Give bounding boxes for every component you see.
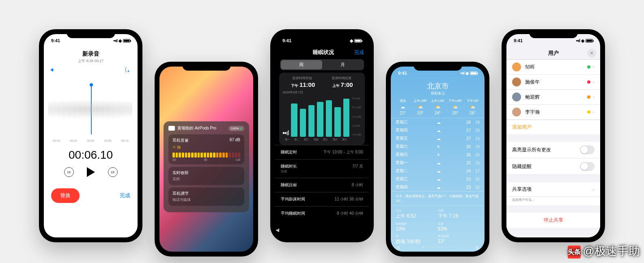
play-button[interactable] [87, 167, 95, 177]
device-name: 黄颂朗的 AirPods Pro [177, 125, 216, 131]
stop-sharing-button[interactable]: 停止共享 [506, 213, 600, 228]
volume-section: 耳机音量87 dB ⚠强 1080110 [168, 134, 244, 164]
airpods-icon [168, 126, 175, 131]
users-title: 用户 [548, 50, 559, 57]
hearing-panel: 黄颂朗的 AirPods Pro 100%▮ 耳机音量87 dB ⚠强 1080… [164, 121, 249, 212]
warning-icon: ⚠ [172, 145, 176, 150]
user-row[interactable]: 邹晖› [506, 60, 600, 75]
volume-meter [172, 153, 240, 157]
hourly-forecast[interactable]: 现在☁21°上午10时⛅23°上午11时⛅24°下午12时⛅25°下午1时⛅26… [391, 96, 485, 118]
detail-cell: 日落下午 7:16 [438, 207, 480, 221]
replace-button[interactable]: 替换 [51, 188, 80, 203]
listen-label: 实时收听 [172, 170, 240, 176]
playback-timer: 00:06.10 [44, 149, 138, 162]
share-options-row[interactable]: 共享选项› [506, 182, 600, 197]
done-button[interactable]: 完成 [120, 192, 130, 199]
status-time: 9:41 [51, 38, 60, 43]
forecast-row: 星期日☀2615 [391, 151, 485, 159]
user-row[interactable]: 李宇瀚› [506, 105, 600, 120]
phone-weather: 9:41 北京市 局部多云 现在☁21°上午10时⛅23°上午11时⛅24°下午… [386, 62, 489, 257]
headphone-adjust-section[interactable]: 耳机调节 电话与媒体 [168, 188, 244, 206]
detail-cell: 降雨概率10% [396, 221, 438, 233]
hide-toggle[interactable] [580, 162, 594, 171]
hourly-col: 上午10时⛅23° [411, 99, 429, 115]
detail-cell: 湿度53% [438, 221, 480, 233]
forecast-row: 星期六☀2619 [391, 142, 485, 151]
watermark-logo: 头条 [568, 246, 581, 259]
recording-title: 新录音 [44, 50, 138, 58]
phone-users: 9:41 用户 ✕ 邹晖›施俊年›鲍迎辉›李宇瀚›添加用户 高亮显示所有更改 隐… [502, 29, 605, 242]
share-hint: 选择用户可见... [506, 197, 600, 205]
weather-summary: 今天：现在局部多云。最高气温27°。今晚晴朗，最低气温18°。 [391, 191, 485, 206]
close-button[interactable]: ✕ [587, 49, 596, 58]
volume-label: 耳机音量 [172, 138, 189, 143]
phone-airpods: 黄颂朗的 AirPods Pro 100%▮ 耳机音量87 dB ⚠强 1080… [155, 62, 258, 257]
sleep-chart: 下午6时下午10时上午12时上午6时上午10时 周一周二周三周四周五周六周日 [282, 97, 362, 142]
weather-channel-icon[interactable]: ☰ [396, 246, 400, 250]
hourly-col: 上午11时⛅24° [429, 99, 446, 115]
hourly-col: 下午12时⛅25° [446, 99, 464, 115]
skip-forward-button[interactable]: 15 [108, 167, 118, 177]
detail-cell: 风西南 3米/秒 [396, 233, 438, 246]
live-listen-section[interactable]: 实时收听 关闭 [168, 167, 244, 185]
page-dots[interactable]: ➤ • • • • • • • • • [422, 246, 453, 250]
weather-details: 日出上午 6:52日落下午 7:16降雨概率10%湿度53%风西南 3米/秒体感… [391, 206, 485, 248]
skip-back-button[interactable]: 15 [64, 167, 74, 177]
daily-forecast[interactable]: 星期三☁2618星期四☁2720星期五☁2719星期六☀2619星期日☀2615… [391, 118, 485, 191]
phone-sleep: 9:41 睡眠状况完成 周 月 卧床时间开始卧床时间结束 下午 11:00 上午… [270, 29, 374, 242]
highlight-toggle[interactable] [580, 145, 594, 154]
crop-icon[interactable]: ⟮₊ [124, 66, 132, 74]
enhance-icon[interactable]: ✦ [50, 66, 58, 74]
battery-pill: 100%▮ [228, 126, 244, 131]
forecast-row: 星期二☁2417 [391, 167, 485, 175]
forecast-row: 星期三☁2316 [391, 175, 485, 183]
forecast-row: 星期五☁2719 [391, 134, 485, 142]
user-row[interactable]: 鲍迎辉› [506, 90, 600, 105]
listen-value: 关闭 [172, 177, 240, 182]
db-value: 87 dB [230, 138, 240, 143]
hourly-col: 下午1时⛅26° [464, 99, 481, 115]
condition: 局部多云 [391, 91, 485, 96]
warning-label: 强 [177, 145, 181, 150]
list-icon[interactable]: ☰ [475, 246, 479, 250]
hourly-col: 现在☁21° [394, 99, 411, 115]
recording-subtitle: 上午 8:38 00:17 [44, 58, 138, 64]
forecast-row: 星期一☁2515 [391, 159, 485, 167]
forecast-row: 星期四☁2316 [391, 183, 485, 191]
phone-voice-memos: 9:41 新录音 上午 8:38 00:17 ✦ ⟮₊ 00:0200:0400… [39, 29, 142, 242]
forecast-row: 星期四☁2720 [391, 126, 485, 134]
timeline-ticks: 00:0200:0400:0600:0800:10 [44, 139, 138, 145]
city-name: 北京市 [391, 81, 485, 91]
detail-cell: 体感温度13° [438, 233, 480, 246]
user-row[interactable]: 施俊年› [506, 75, 600, 90]
adjust-value: 电话与媒体 [172, 197, 240, 203]
hide-row[interactable]: 隐藏提醒 [506, 158, 600, 175]
add-user-button[interactable]: 添加用户 [506, 120, 600, 134]
detail-cell: 日出上午 6:52 [396, 207, 438, 221]
forecast-row: 星期三☁2618 [391, 118, 485, 126]
highlight-row[interactable]: 高亮显示所有更改 [506, 142, 600, 158]
watermark: 头条@极速手助 [568, 244, 640, 259]
waveform[interactable] [44, 81, 138, 138]
adjust-label: 耳机调节 [172, 191, 240, 196]
